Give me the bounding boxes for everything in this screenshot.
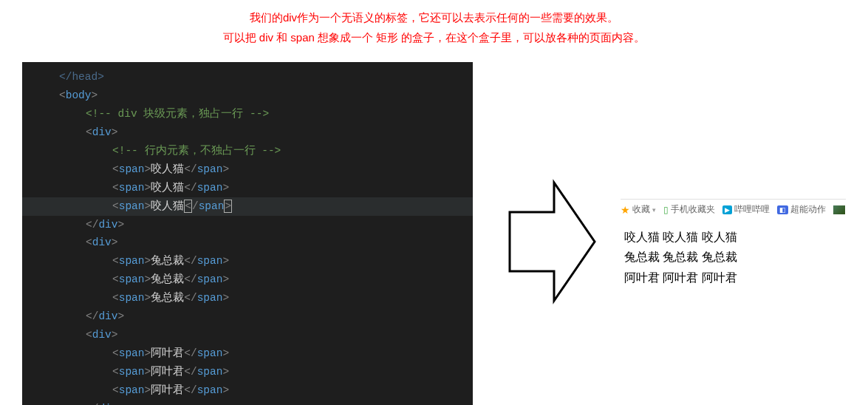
code-line: <span>兔总裁</span> bbox=[22, 270, 473, 289]
phone-icon: ▯ bbox=[663, 205, 669, 215]
bookmark-label: 哔哩哔哩 bbox=[734, 203, 770, 216]
description-line2: 可以把 div 和 span 想象成一个 矩形 的盒子，在这个盒子里，可以放各种… bbox=[0, 27, 868, 47]
cursor-position: < bbox=[184, 200, 192, 213]
code-line: <span>咬人猫</span> bbox=[22, 160, 473, 179]
code-line: <span>阿叶君</span> bbox=[22, 363, 473, 381]
bili-icon: ▶ bbox=[722, 205, 732, 214]
main-content: </head> <body> <!-- div 块级元素，独占一行 --> <d… bbox=[0, 62, 868, 405]
code-line: </div> bbox=[22, 216, 473, 234]
output-line: 阿叶君 阿叶君 阿叶君 bbox=[624, 268, 846, 287]
output-line: 咬人猫 咬人猫 咬人猫 bbox=[624, 227, 846, 247]
bookmark-thumbnail[interactable] bbox=[833, 205, 845, 214]
thumbnail-icon bbox=[833, 205, 845, 214]
bookmark-label: 超能动作 bbox=[790, 203, 826, 216]
code-line: <span>咬人猫</span> bbox=[22, 179, 473, 197]
code-line: <span>阿叶君</span> bbox=[22, 381, 473, 400]
chevron-down-icon: ▾ bbox=[652, 206, 656, 214]
hero-icon: ◧ bbox=[777, 205, 788, 214]
rendered-output: 咬人猫 咬人猫 咬人猫 兔总裁 兔总裁 兔总裁 阿叶君 阿叶君 阿叶君 bbox=[621, 227, 846, 287]
bookmark-favorite[interactable]: ★ 收藏 ▾ bbox=[621, 203, 656, 216]
bookmark-label: 收藏 bbox=[632, 203, 650, 216]
bookmark-label: 手机收藏夹 bbox=[671, 203, 715, 216]
bookmark-hero[interactable]: ◧ 超能动作 bbox=[777, 203, 826, 216]
description-line1: 我们的div作为一个无语义的标签，它还可以去表示任何的一些需要的效果。 bbox=[0, 7, 868, 27]
arrow-icon bbox=[502, 175, 598, 311]
code-line: <!-- div 块级元素，独占一行 --> bbox=[22, 105, 473, 123]
star-icon: ★ bbox=[621, 204, 630, 216]
code-line: <body> bbox=[22, 86, 473, 105]
bookmark-bilibili[interactable]: ▶ 哔哩哔哩 bbox=[722, 203, 770, 216]
code-line: </div> bbox=[22, 400, 473, 405]
code-line: <div> bbox=[22, 234, 473, 252]
code-line-active: <span>咬人猫</span> bbox=[22, 197, 473, 216]
description-text: 我们的div作为一个无语义的标签，它还可以去表示任何的一些需要的效果。 可以把 … bbox=[0, 0, 868, 62]
code-line: </head> bbox=[22, 68, 473, 86]
faded-head-close: </head> bbox=[59, 71, 104, 83]
output-line: 兔总裁 兔总裁 兔总裁 bbox=[624, 247, 846, 267]
code-line: </div> bbox=[22, 307, 473, 326]
code-line: <span>阿叶君</span> bbox=[22, 344, 473, 363]
browser-output: ★ 收藏 ▾ ▯ 手机收藏夹 ▶ 哔哩哔哩 ◧ 超能动作 咬人猫 咬人猫 咬人猫… bbox=[621, 199, 846, 287]
code-line: <span>兔总裁</span> bbox=[22, 289, 473, 307]
code-editor: </head> <body> <!-- div 块级元素，独占一行 --> <d… bbox=[22, 62, 473, 405]
cursor-position: > bbox=[224, 200, 232, 213]
bookmark-bar: ★ 收藏 ▾ ▯ 手机收藏夹 ▶ 哔哩哔哩 ◧ 超能动作 bbox=[621, 199, 846, 227]
code-line: <div> bbox=[22, 326, 473, 344]
code-line: <div> bbox=[22, 123, 473, 142]
code-line: <span>兔总裁</span> bbox=[22, 252, 473, 270]
bookmark-mobile[interactable]: ▯ 手机收藏夹 bbox=[663, 203, 715, 216]
code-line: <!-- 行内元素，不独占一行 --> bbox=[22, 142, 473, 160]
